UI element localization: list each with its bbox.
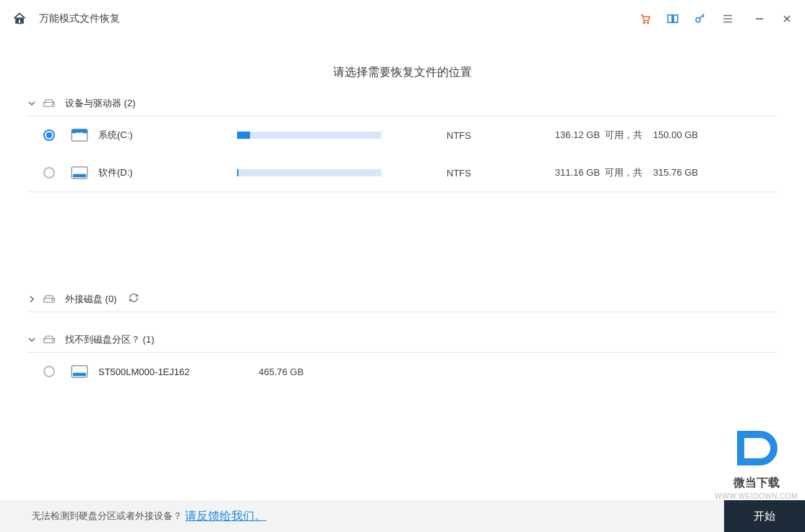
section-external: 外接磁盘 (0)	[0, 286, 805, 312]
home-icon[interactable]	[12, 11, 27, 27]
feedback-link-text: 请反馈给我们	[185, 510, 254, 522]
refresh-icon[interactable]	[129, 293, 139, 305]
footer: 无法检测到硬盘分区或者外接设备？ 请反馈给我们。 开始	[0, 500, 805, 532]
drive-d-size: 311.16 GB 可用，共 315.76 GB	[555, 166, 772, 179]
drive-c-avail-label: 可用，共	[605, 129, 642, 140]
book-icon[interactable]	[666, 12, 679, 25]
drive-d-free: 311.16 GB	[555, 167, 600, 178]
svg-rect-15	[79, 132, 83, 134]
radio-drive-c[interactable]	[27, 129, 71, 141]
svg-point-3	[696, 18, 700, 22]
chevron-down-icon	[27, 336, 36, 343]
svg-rect-14	[77, 132, 79, 134]
drive-c-total: 150.00 GB	[653, 129, 698, 140]
page-heading: 请选择需要恢复文件的位置	[0, 65, 805, 80]
menu-icon[interactable]	[721, 12, 734, 25]
disk-icon	[43, 334, 55, 346]
feedback-link[interactable]: 请反馈给我们。	[185, 509, 266, 524]
chevron-down-icon	[27, 100, 36, 107]
svg-rect-16	[77, 135, 79, 137]
titlebar: 万能模式文件恢复	[0, 0, 805, 38]
drive-c-name: 系统(C:)	[92, 129, 237, 142]
section-lost-label: 找不到磁盘分区？ (1)	[65, 333, 155, 346]
drive-d-progress	[237, 169, 447, 176]
chevron-right-icon	[27, 296, 36, 303]
svg-point-11	[52, 103, 53, 104]
drive-c-fs: NTFS	[447, 130, 555, 141]
key-icon[interactable]	[694, 12, 707, 25]
section-lost: 找不到磁盘分区？ (1) ST500LM000-1EJ162 465.76 GB	[0, 327, 805, 390]
main-content: 请选择需要恢复文件的位置 设备与驱动器 (2) 系统(C:)	[0, 38, 805, 500]
start-button[interactable]: 开始	[724, 500, 805, 532]
disk-drive-icon	[71, 365, 88, 378]
lost-0-size: 465.76 GB	[259, 366, 403, 377]
svg-rect-17	[79, 135, 83, 137]
section-devices-header[interactable]: 设备与驱动器 (2)	[27, 90, 778, 116]
app-title: 万能模式文件恢复	[39, 12, 120, 25]
section-external-label: 外接磁盘 (0)	[65, 293, 117, 306]
svg-point-23	[52, 340, 53, 340]
section-lost-header[interactable]: 找不到磁盘分区？ (1)	[27, 327, 778, 353]
disk-icon	[43, 98, 55, 109]
svg-rect-0	[18, 20, 20, 24]
windows-drive-icon	[71, 129, 88, 142]
footer-text: 无法检测到硬盘分区或者外接设备？	[32, 510, 182, 523]
disk-drive-icon	[71, 166, 88, 179]
drive-row-d[interactable]: 软件(D:) NTFS 311.16 GB 可用，共 315.76 GB	[27, 154, 778, 192]
svg-rect-25	[73, 373, 86, 377]
drive-d-total: 315.76 GB	[653, 167, 698, 178]
section-devices: 设备与驱动器 (2) 系统(C:) NTFS 136.12 GB 可用，共	[0, 90, 805, 192]
titlebar-left: 万能模式文件恢复	[12, 11, 120, 27]
svg-point-21	[52, 299, 53, 300]
section-devices-label: 设备与驱动器 (2)	[65, 97, 136, 110]
svg-rect-19	[73, 174, 86, 178]
svg-point-2	[647, 22, 649, 23]
lost-0-name: ST500LM000-1EJ162	[92, 366, 259, 377]
lost-list: ST500LM000-1EJ162 465.76 GB	[27, 353, 778, 390]
drive-c-size: 136.12 GB 可用，共 150.00 GB	[555, 129, 772, 142]
drive-c-free: 136.12 GB	[555, 129, 600, 140]
disk-icon	[43, 293, 55, 305]
close-button[interactable]	[780, 12, 793, 25]
drive-d-avail-label: 可用，共	[605, 167, 642, 178]
window-controls	[753, 12, 793, 25]
radio-lost-0[interactable]	[27, 366, 71, 377]
section-external-header[interactable]: 外接磁盘 (0)	[27, 286, 778, 312]
drive-list: 系统(C:) NTFS 136.12 GB 可用，共 150.00 GB	[27, 116, 778, 192]
cart-icon[interactable]	[639, 12, 652, 25]
radio-drive-d[interactable]	[27, 167, 71, 179]
lost-row-0[interactable]: ST500LM000-1EJ162 465.76 GB	[27, 353, 778, 390]
svg-point-1	[644, 22, 645, 23]
drive-row-c[interactable]: 系统(C:) NTFS 136.12 GB 可用，共 150.00 GB	[27, 116, 778, 154]
drive-c-progress	[237, 132, 447, 139]
minimize-button[interactable]	[753, 12, 766, 25]
titlebar-right	[639, 12, 793, 25]
drive-d-fs: NTFS	[447, 168, 555, 179]
drive-d-name: 软件(D:)	[92, 166, 237, 179]
